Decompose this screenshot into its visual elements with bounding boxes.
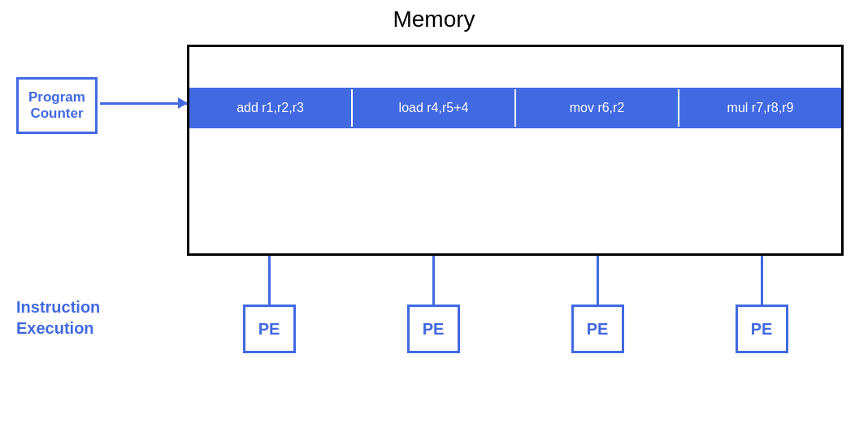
pe-line-0	[268, 256, 271, 305]
pe-item-2: PE	[571, 256, 624, 353]
pe-container: PE PE PE PE	[187, 256, 844, 353]
instruction-row: add r1,r2,r3 load r4,r5+4 mov r6,r2 mul …	[189, 88, 841, 128]
memory-title: Memory	[0, 6, 868, 32]
program-counter: ProgramCounter	[16, 77, 98, 134]
pe-item-0: PE	[243, 256, 296, 353]
instruction-cell-2: mov r6,r2	[516, 89, 679, 127]
pe-line-1	[432, 256, 435, 305]
instruction-execution-label: InstructionExecution	[16, 296, 100, 339]
instruction-cell-3: mul r7,r8,r9	[679, 89, 841, 127]
pe-box-2: PE	[571, 305, 624, 353]
pe-item-1: PE	[407, 256, 460, 353]
pc-arrow	[100, 102, 187, 105]
pe-line-2	[597, 256, 599, 305]
pe-line-3	[761, 256, 763, 305]
pe-box-0: PE	[243, 305, 296, 353]
pe-box-3: PE	[736, 305, 788, 353]
instruction-cell-1: load r4,r5+4	[353, 89, 516, 127]
diagram-container: Memory add r1,r2,r3 load r4,r5+4 mov r6,…	[0, 0, 868, 432]
pe-item-3: PE	[736, 256, 788, 353]
instruction-cell-0: add r1,r2,r3	[189, 89, 353, 127]
pe-box-1: PE	[407, 305, 460, 353]
memory-box: add r1,r2,r3 load r4,r5+4 mov r6,r2 mul …	[187, 45, 844, 256]
